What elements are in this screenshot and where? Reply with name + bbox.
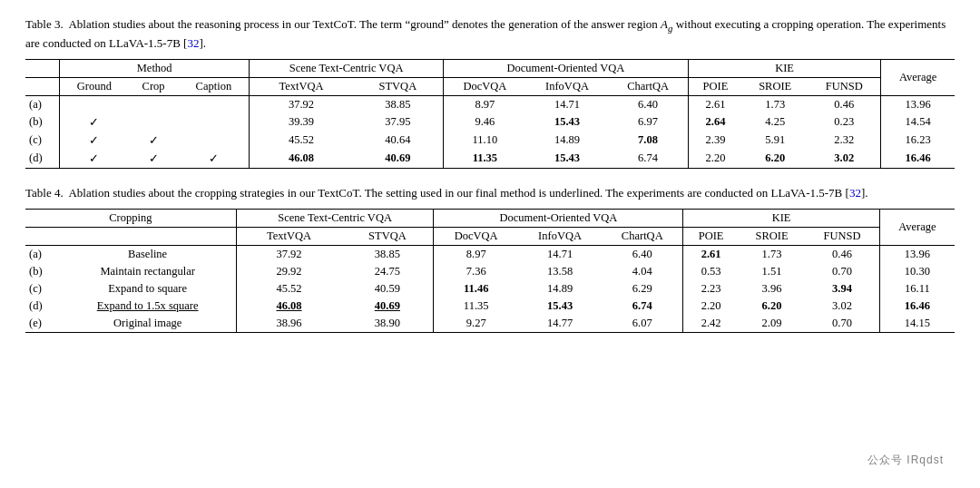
method-group-header: Method [60, 59, 250, 77]
scene-group-header2: Scene Text-Centric VQA [236, 210, 434, 228]
ground-col: Ground [60, 77, 129, 95]
crop-col: Crop [129, 77, 179, 95]
t4-cropping-col [60, 228, 237, 246]
table3-row-a: (a) 37.92 38.85 8.97 14.71 6.40 2.61 1.7… [25, 95, 955, 113]
stvqa-col: STVQA [353, 77, 444, 95]
table3-wrapper: Table 3. Ablation studies about the reas… [25, 16, 955, 169]
t4-sroie-col: SROIE [739, 228, 805, 246]
cropping-group-header: Cropping [25, 210, 236, 228]
chartqa-col: ChartQA [608, 77, 688, 95]
t4-chartqa-col: ChartQA [602, 228, 683, 246]
kie-group-header: KIE [688, 59, 880, 77]
table3-header-row2: Ground Crop Caption TextVQA STVQA DocVQA… [25, 77, 955, 95]
t4-poie-col: POIE [683, 228, 739, 246]
table4-header-row2: TextVQA STVQA DocVQA InfoVQA ChartQA POI… [25, 228, 955, 246]
table3-row-b: (b) ✓ 39.39 37.95 9.46 15.43 6.97 2.64 4… [25, 113, 955, 132]
table4: Cropping Scene Text-Centric VQA Document… [25, 209, 955, 333]
t4-funsd-col: FUNSD [805, 228, 879, 246]
funsd-col: FUNSD [808, 77, 881, 95]
poie-col: POIE [688, 77, 742, 95]
table3: Method Scene Text-Centric VQA Document-O… [25, 59, 955, 169]
average-header: Average [881, 59, 955, 95]
table3-row-c: (c) ✓ ✓ 45.52 40.64 11.10 14.89 7.08 2.3… [25, 132, 955, 150]
t4-docvqa-col: DocVQA [434, 228, 518, 246]
kie-group-header2: KIE [683, 210, 879, 228]
t4-stvqa-col: STVQA [341, 228, 434, 246]
textvqa-col: TextVQA [250, 77, 353, 95]
t4-textvqa-col: TextVQA [236, 228, 341, 246]
table4-row-c: (c) Expand to square 45.52 40.59 11.46 1… [25, 280, 955, 298]
average-header2: Average [879, 210, 955, 246]
table4-header-row1: Cropping Scene Text-Centric VQA Document… [25, 210, 955, 228]
table4-row-d: (d) Expand to 1.5x square 46.08 40.69 11… [25, 298, 955, 315]
sroie-col: SROIE [742, 77, 808, 95]
docvqa-col: DocVQA [443, 77, 525, 95]
table4-row-e: (e) Original image 38.96 38.90 9.27 14.7… [25, 315, 955, 333]
caption-col: Caption [178, 77, 249, 95]
doc-group-header: Document-Oriented VQA [443, 59, 688, 77]
table4-wrapper: Table 4. Ablation studies about the crop… [25, 185, 955, 333]
table3-row-d: (d) ✓ ✓ ✓ 46.08 40.69 11.35 15.43 6.74 2… [25, 150, 955, 169]
table3-header-row1: Method Scene Text-Centric VQA Document-O… [25, 59, 955, 77]
t4-infovqa-col: InfoVQA [518, 228, 602, 246]
table4-row-b: (b) Maintain rectangular 29.92 24.75 7.3… [25, 263, 955, 280]
infovqa-col: InfoVQA [526, 77, 609, 95]
table4-row-a: (a) Baseline 37.92 38.85 8.97 14.71 6.40… [25, 246, 955, 264]
scene-group-header: Scene Text-Centric VQA [250, 59, 444, 77]
table3-caption: Table 3. Ablation studies about the reas… [25, 16, 955, 52]
table4-caption: Table 4. Ablation studies about the crop… [25, 185, 955, 201]
doc-group-header2: Document-Oriented VQA [434, 210, 683, 228]
watermark: 公众号 IRqdst [867, 453, 944, 468]
